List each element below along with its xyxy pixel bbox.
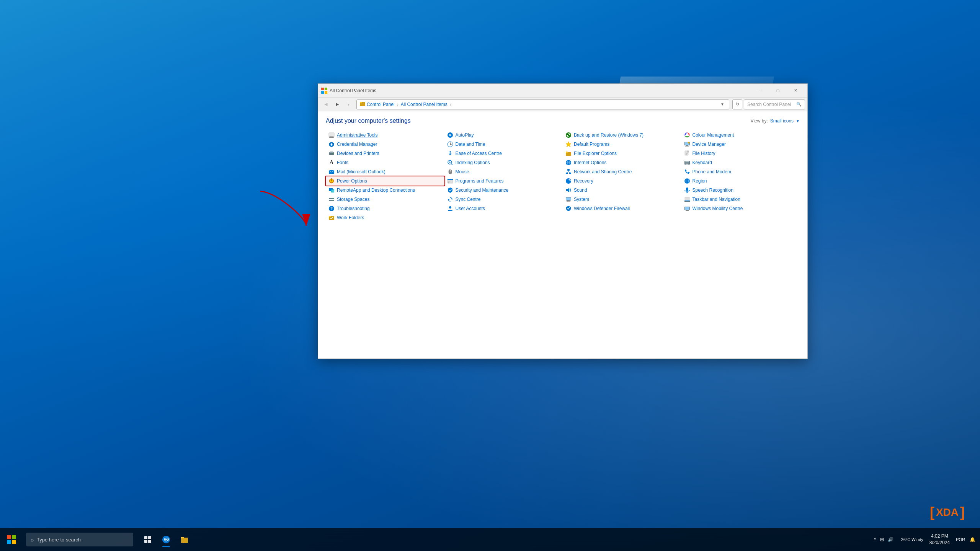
- taskbar-navigation-item[interactable]: Taskbar and Navigation: [681, 195, 800, 204]
- system-icon: [565, 196, 572, 202]
- windows-mobility-item[interactable]: Windows Mobility Centre: [681, 204, 800, 213]
- forward-button[interactable]: ▶: [332, 99, 343, 110]
- windows-defender-icon: [565, 205, 572, 212]
- windows-mobility-icon: [684, 205, 690, 212]
- tray-weather[interactable]: 26°C Windy: [900, 536, 925, 543]
- file-history-icon: [684, 150, 690, 156]
- admin-tools-label: Administrative Tools: [337, 132, 378, 138]
- tray-volume[interactable]: 🔊: [886, 535, 895, 544]
- storage-spaces-item[interactable]: Storage Spaces: [326, 195, 444, 204]
- recovery-item[interactable]: Recovery: [563, 176, 681, 186]
- region-item[interactable]: Region: [681, 176, 800, 186]
- tray-language[interactable]: POR: [954, 536, 967, 543]
- minimize-button[interactable]: ─: [751, 84, 769, 98]
- user-accounts-item[interactable]: User Accounts: [444, 204, 563, 213]
- start-button[interactable]: [0, 528, 23, 551]
- ease-of-access-icon: [447, 150, 453, 156]
- programs-features-item[interactable]: Programs and Features: [444, 176, 563, 186]
- credential-manager-item[interactable]: Credential Manager: [326, 140, 444, 149]
- default-programs-label: Default Programs: [574, 142, 609, 147]
- work-folders-item[interactable]: Work Folders: [326, 213, 444, 222]
- tray-clock[interactable]: 4:02 PM 8/20/2024: [926, 531, 953, 548]
- fonts-item[interactable]: A Fonts: [326, 158, 444, 167]
- system-item[interactable]: System: [563, 195, 681, 204]
- svg-rect-99: [12, 535, 16, 539]
- svg-rect-109: [181, 537, 184, 538]
- svg-rect-70: [685, 146, 689, 147]
- taskbar-search-text: Type here to search: [37, 537, 81, 543]
- network-sharing-item[interactable]: Network and Sharing Centre: [563, 167, 681, 176]
- taskbar-app-edge[interactable]: [158, 531, 175, 548]
- devices-printers-item[interactable]: Devices and Printers: [326, 149, 444, 158]
- device-manager-item[interactable]: ! Device Manager: [681, 140, 800, 149]
- colour-management-icon: [684, 132, 690, 138]
- default-programs-item[interactable]: Default Programs: [563, 140, 681, 149]
- svg-rect-75: [686, 153, 688, 153]
- svg-rect-92: [685, 197, 689, 200]
- window-title: All Control Panel Items: [330, 88, 751, 93]
- storage-spaces-label: Storage Spaces: [337, 197, 369, 202]
- troubleshooting-label: Troubleshooting: [337, 206, 370, 211]
- svg-rect-65: [567, 201, 570, 202]
- svg-rect-77: [686, 155, 687, 155]
- devices-printers-label: Devices and Printers: [337, 151, 379, 156]
- security-maintenance-item[interactable]: Security and Maintenance: [444, 186, 563, 195]
- autoplay-item[interactable]: AutoPlay: [444, 130, 563, 140]
- backup-restore-item[interactable]: Back up and Restore (Windows 7): [563, 130, 681, 140]
- control-panel-window: All Control Panel Items ─ □ ✕ ◀ ▶ ↑ Cont…: [318, 83, 808, 359]
- troubleshooting-item[interactable]: ? Troubleshooting: [326, 204, 444, 213]
- mouse-item[interactable]: Mouse: [444, 167, 563, 176]
- speech-recognition-icon: [684, 187, 690, 193]
- content-header: Adjust your computer's settings View by:…: [326, 117, 800, 124]
- address-bar[interactable]: Control Panel › All Control Panel Items …: [356, 99, 729, 109]
- taskbar-search[interactable]: ⌕ Type here to search: [26, 533, 133, 546]
- file-history-item[interactable]: File History: [681, 149, 800, 158]
- speech-recognition-item[interactable]: Speech Recognition: [681, 186, 800, 195]
- remoteapp-item[interactable]: RemoteApp and Desktop Connections: [326, 186, 444, 195]
- sync-centre-item[interactable]: Sync Centre: [444, 195, 563, 204]
- view-by-dropdown[interactable]: Small icons: [770, 118, 794, 124]
- close-button[interactable]: ✕: [787, 84, 804, 98]
- indexing-options-label: Indexing Options: [456, 160, 490, 165]
- address-separator: ›: [397, 102, 399, 107]
- mail-item[interactable]: Mail (Microsoft Outlook): [326, 167, 444, 176]
- view-by-control: View by: Small icons ▼: [751, 118, 800, 124]
- address-dropdown[interactable]: ▼: [719, 101, 726, 107]
- internet-options-icon: [565, 160, 572, 166]
- up-button[interactable]: ↑: [343, 99, 354, 110]
- svg-rect-91: [684, 201, 690, 201]
- date-time-item[interactable]: Date and Time: [444, 140, 563, 149]
- search-bar[interactable]: Search Control Panel 🔍: [744, 99, 805, 109]
- tray-chevron[interactable]: ^: [872, 535, 878, 544]
- internet-options-item[interactable]: Internet Options: [563, 158, 681, 167]
- view-by-arrow[interactable]: ▼: [796, 119, 800, 123]
- svg-rect-9: [330, 137, 333, 137]
- address-part-all[interactable]: All Control Panel Items: [401, 102, 448, 107]
- taskbar-app-explorer[interactable]: [176, 531, 193, 548]
- sync-centre-icon: [447, 196, 453, 202]
- refresh-button[interactable]: ↻: [732, 99, 742, 109]
- windows-defender-item[interactable]: Windows Defender Firewall: [563, 204, 681, 213]
- network-sharing-label: Network and Sharing Centre: [574, 169, 632, 174]
- user-accounts-icon: [447, 205, 453, 212]
- back-button[interactable]: ◀: [320, 99, 331, 110]
- admin-tools-item[interactable]: Administrative Tools: [326, 130, 444, 140]
- taskbar-app-taskview[interactable]: [139, 531, 156, 548]
- keyboard-item[interactable]: Keyboard: [681, 158, 800, 167]
- svg-point-25: [333, 198, 333, 199]
- colour-management-item[interactable]: Colour Management: [681, 130, 800, 140]
- tray-network[interactable]: ⊞: [879, 535, 885, 544]
- windows-defender-label: Windows Defender Firewall: [574, 206, 630, 211]
- work-folders-label: Work Folders: [337, 215, 364, 220]
- address-part-cp[interactable]: Control Panel: [367, 102, 395, 107]
- tray-notification[interactable]: 🔔: [968, 535, 977, 544]
- sound-item[interactable]: Sound: [563, 186, 681, 195]
- phone-modem-icon: [684, 169, 690, 175]
- power-options-item[interactable]: Power Options: [326, 176, 444, 186]
- maximize-button[interactable]: □: [769, 84, 787, 98]
- indexing-options-item[interactable]: Indexing Options: [444, 158, 563, 167]
- phone-modem-item[interactable]: Phone and Modem: [681, 167, 800, 176]
- ease-of-access-item[interactable]: Ease of Access Centre: [444, 149, 563, 158]
- tray-time-value: 4:02 PM: [931, 533, 948, 540]
- file-explorer-options-item[interactable]: File Explorer Options: [563, 149, 681, 158]
